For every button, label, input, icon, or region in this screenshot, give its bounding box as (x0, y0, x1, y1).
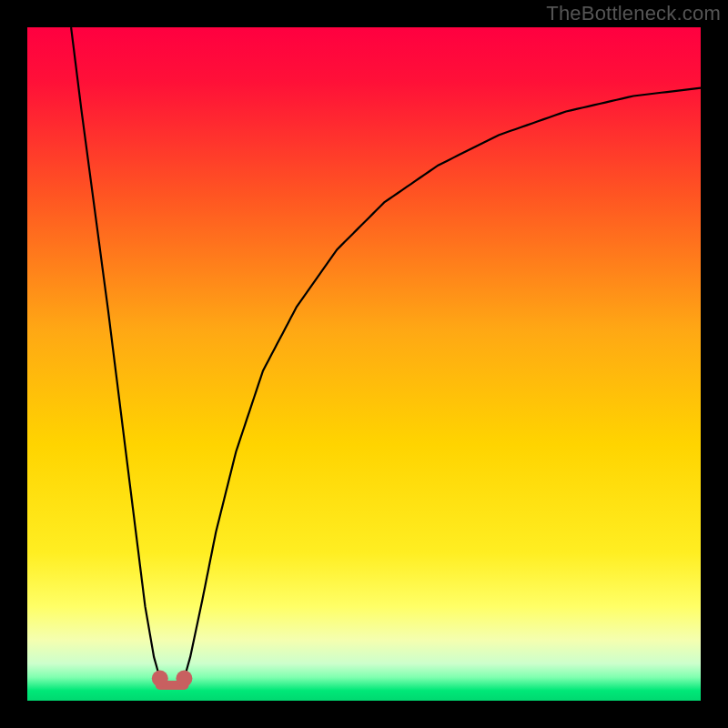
marker-right-endpoint (176, 671, 192, 687)
plot-frame (27, 27, 701, 701)
marker-left-endpoint (152, 671, 168, 687)
gradient-background (27, 27, 701, 701)
bottleneck-chart (27, 27, 701, 701)
watermark-text: TheBottleneck.com (546, 2, 721, 25)
